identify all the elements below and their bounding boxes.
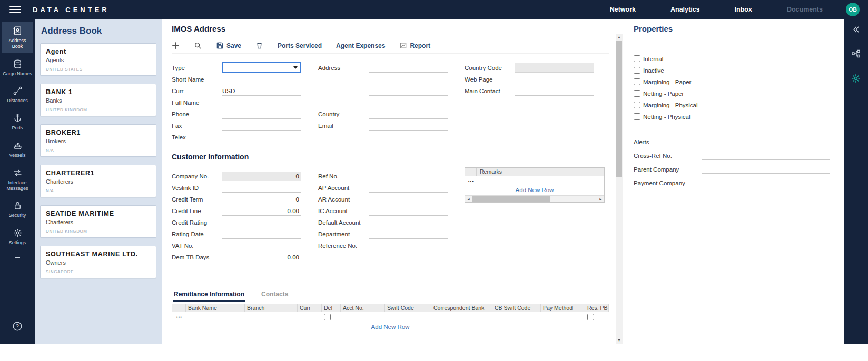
sidebar-item-help[interactable]: ?: [2, 317, 33, 335]
department-input[interactable]: [369, 229, 448, 239]
sidebar-item-ports[interactable]: Ports: [2, 109, 33, 135]
vat-no-input[interactable]: [222, 241, 301, 250]
email-input[interactable]: [369, 121, 448, 131]
phone-input[interactable]: [222, 109, 301, 119]
table-row[interactable]: ⋯: [172, 312, 609, 322]
ports-serviced-button[interactable]: Ports Serviced: [278, 42, 322, 49]
company-no-input[interactable]: [222, 172, 301, 181]
search-button[interactable]: [194, 42, 202, 49]
scrollbar-track[interactable]: [616, 41, 623, 337]
address-input-3[interactable]: [369, 86, 448, 96]
delete-button[interactable]: [255, 42, 263, 49]
address-card-bank1[interactable]: BANK 1 Banks UNITED KINGDOM: [40, 84, 156, 116]
nav-documents[interactable]: Documents: [787, 6, 823, 13]
checkbox-netting-paper[interactable]: [634, 90, 640, 97]
add-button[interactable]: [172, 42, 180, 49]
agent-expenses-button[interactable]: Agent Expenses: [336, 42, 385, 49]
sidebar-item-settings[interactable]: Settings: [2, 224, 33, 249]
scrollbar-thumb[interactable]: [616, 41, 622, 177]
nav-network[interactable]: Network: [610, 6, 636, 13]
ic-account-input[interactable]: [369, 206, 448, 216]
save-button[interactable]: Save: [216, 42, 241, 49]
scroll-down-icon[interactable]: ▼: [616, 337, 623, 344]
ref-no-input[interactable]: [369, 172, 448, 181]
sidebar-item-cargo-names[interactable]: Cargo Names: [2, 55, 33, 81]
row-handle-icon[interactable]: ⋯: [465, 178, 477, 185]
address-input-1[interactable]: [369, 63, 448, 73]
veslink-id-input[interactable]: [222, 183, 301, 193]
row-handle-icon[interactable]: ⋯: [172, 312, 186, 322]
checkbox-internal[interactable]: [634, 55, 640, 62]
menu-icon[interactable]: [9, 6, 21, 13]
cell-branch[interactable]: [245, 312, 298, 322]
address-card-charterer1[interactable]: CHARTERER1 Charterers N/A: [40, 165, 156, 197]
credit-rating-input[interactable]: [222, 218, 301, 227]
scroll-left-icon[interactable]: ◄: [465, 196, 472, 202]
credit-line-input[interactable]: [222, 206, 301, 216]
cross-ref-no-input[interactable]: [702, 152, 830, 160]
hierarchy-tab-button[interactable]: [851, 49, 861, 61]
remarks-row[interactable]: ⋯: [465, 176, 604, 186]
web-page-input[interactable]: [515, 75, 594, 84]
ap-account-input[interactable]: [369, 183, 448, 193]
remittance-add-new-row-link[interactable]: Add New Row: [172, 324, 609, 330]
checkbox-netting-physical[interactable]: [634, 113, 640, 120]
avatar[interactable]: OB: [846, 3, 860, 16]
alerts-input[interactable]: [702, 138, 830, 146]
reference-no-input[interactable]: [369, 241, 448, 250]
address-card-southeast-marine[interactable]: SOUTHEAST MARINE LTD. Owners SINGAPORE: [40, 246, 156, 278]
full-name-input[interactable]: [222, 98, 301, 107]
sidebar-item-distances[interactable]: Distances: [2, 82, 33, 107]
sidebar-item-address-book[interactable]: Address Book: [2, 22, 33, 53]
country-code-input[interactable]: [515, 63, 594, 73]
tab-contacts[interactable]: Contacts: [260, 288, 289, 302]
payment-company-input[interactable]: [702, 179, 830, 187]
res-pb-checkbox[interactable]: [587, 314, 594, 320]
tab-remittance-information[interactable]: Remittance Information: [173, 288, 245, 302]
address-card-broker1[interactable]: BROKER1 Brokers N/A: [40, 124, 156, 157]
cell-acct-no[interactable]: [341, 312, 385, 322]
ar-account-input[interactable]: [369, 195, 448, 204]
dem-tb-days-input[interactable]: [222, 253, 301, 262]
main-vertical-scrollbar[interactable]: ▲ ▼: [616, 34, 623, 344]
scrollbar-track[interactable]: [472, 196, 597, 202]
cell-swift-code[interactable]: [385, 312, 431, 322]
default-account-input[interactable]: [369, 218, 448, 227]
parent-company-input[interactable]: [702, 165, 830, 174]
curr-input[interactable]: [222, 86, 301, 96]
country-input[interactable]: [369, 109, 448, 119]
checkbox-margining-physical[interactable]: [634, 102, 640, 108]
rating-date-input[interactable]: [222, 229, 301, 239]
nav-analytics[interactable]: Analytics: [670, 6, 700, 13]
type-select[interactable]: [222, 62, 301, 73]
sidebar-item-security[interactable]: Security: [2, 196, 33, 222]
nav-inbox[interactable]: Inbox: [735, 6, 752, 13]
cell-correspondent-bank[interactable]: [431, 312, 492, 322]
main-contact-input[interactable]: [515, 86, 594, 96]
telex-input[interactable]: [222, 133, 301, 142]
report-button[interactable]: Report: [399, 42, 430, 49]
collapse-panel-button[interactable]: [851, 25, 861, 36]
address-card-seatide-maritime[interactable]: SEATIDE MARITIME Charterers UNITED KINGD…: [40, 205, 156, 238]
sidebar-item-vessels[interactable]: Vessels: [2, 136, 33, 162]
scroll-right-icon[interactable]: ►: [597, 196, 604, 202]
remarks-add-new-row-link[interactable]: Add New Row: [465, 186, 604, 195]
properties-tab-button[interactable]: [851, 73, 861, 86]
sidebar-item-interface-messages[interactable]: Interface Messages: [2, 164, 33, 195]
scrollbar-thumb[interactable]: [472, 196, 550, 202]
checkbox-inactive[interactable]: [634, 67, 640, 74]
def-checkbox[interactable]: [324, 314, 331, 320]
cell-bank-name[interactable]: [186, 312, 245, 322]
cell-cb-swift-code[interactable]: [492, 312, 541, 322]
credit-term-input[interactable]: [222, 195, 301, 204]
cell-curr[interactable]: [298, 312, 322, 322]
agent-expenses-label: Agent Expenses: [336, 42, 385, 49]
checkbox-margining-paper[interactable]: [634, 78, 640, 85]
fax-input[interactable]: [222, 121, 301, 131]
scroll-up-icon[interactable]: ▲: [616, 34, 623, 41]
remarks-horizontal-scrollbar[interactable]: ◄ ►: [465, 195, 604, 202]
cell-pay-method[interactable]: [541, 312, 585, 322]
short-name-input[interactable]: [222, 75, 301, 84]
address-card-agent[interactable]: Agent Agents UNITED STATES: [40, 43, 156, 76]
address-input-2[interactable]: [369, 75, 448, 84]
